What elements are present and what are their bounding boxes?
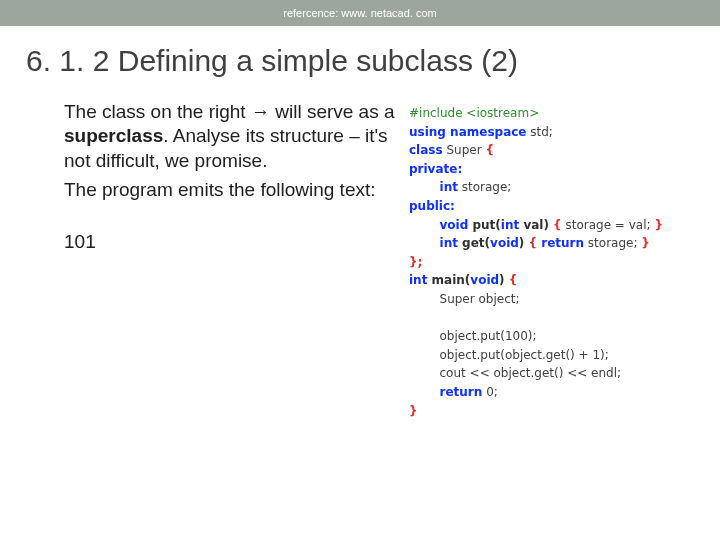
paragraph-1: The class on the right → will serve as a… — [64, 100, 399, 173]
content-row: The class on the right → will serve as a… — [0, 100, 720, 420]
program-output: 101 — [64, 230, 399, 254]
arrow-icon: → — [251, 101, 270, 122]
code-block: #include <iostream> using namespace std;… — [409, 104, 720, 420]
reference-text: refercence: www. netacad. com — [283, 7, 436, 19]
code-pre: #include <iostream> using namespace std;… — [409, 104, 720, 420]
page-title: 6. 1. 2 Defining a simple subclass (2) — [26, 44, 720, 78]
header-bar: refercence: www. netacad. com — [0, 0, 720, 26]
paragraph-2: The program emits the following text: — [64, 178, 399, 202]
explanation-text: The class on the right → will serve as a… — [64, 100, 399, 255]
